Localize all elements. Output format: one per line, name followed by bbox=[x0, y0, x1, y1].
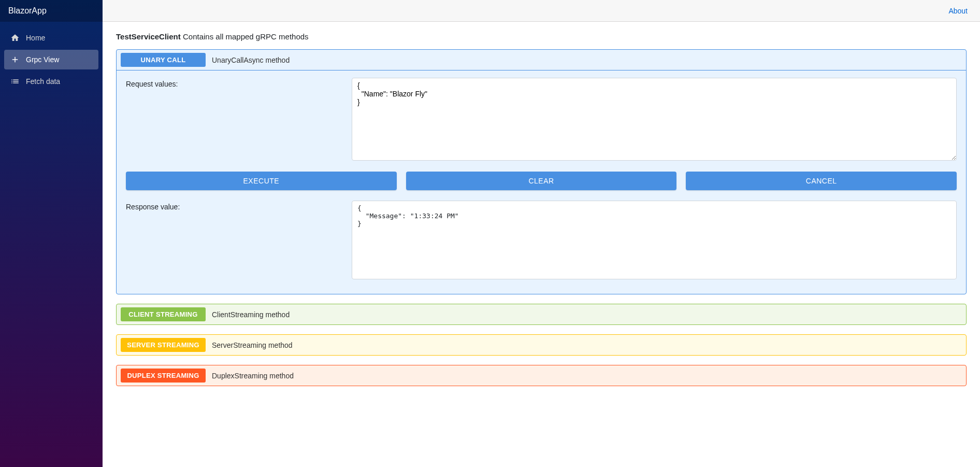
nav-item-fetch-data[interactable]: Fetch data bbox=[4, 72, 98, 91]
list-icon bbox=[10, 77, 20, 86]
badge-duplex-streaming: DUPLEX STREAMING bbox=[121, 369, 206, 383]
page-title: TestServiceClient Contains all mapped gR… bbox=[116, 32, 967, 41]
home-icon bbox=[10, 33, 20, 43]
panel-header-server-streaming[interactable]: SERVER STREAMING ServerStreaming method bbox=[117, 335, 966, 355]
request-label: Request values: bbox=[126, 78, 352, 162]
nav-label: Grpc View bbox=[26, 55, 59, 64]
response-row: Response value: { "Message": "1:33:24 PM… bbox=[126, 201, 957, 279]
method-desc-client-streaming: ClientStreaming method bbox=[212, 310, 290, 319]
method-desc-duplex-streaming: DuplexStreaming method bbox=[212, 372, 294, 380]
clear-button[interactable]: CLEAR bbox=[406, 172, 677, 190]
nav-item-grpc-view[interactable]: Grpc View bbox=[4, 50, 98, 69]
button-row: EXECUTE CLEAR CANCEL bbox=[126, 172, 957, 190]
panel-header-client-streaming[interactable]: CLIENT STREAMING ClientStreaming method bbox=[117, 304, 966, 324]
method-desc-unary: UnaryCallAsync method bbox=[212, 56, 290, 64]
service-desc: Contains all mapped gRPC methods bbox=[183, 32, 309, 41]
badge-unary: UNARY CALL bbox=[121, 53, 206, 67]
nav-label: Home bbox=[26, 34, 45, 42]
top-bar: About bbox=[103, 0, 980, 22]
panel-duplex-streaming: DUPLEX STREAMING DuplexStreaming method bbox=[116, 365, 967, 386]
cancel-button[interactable]: CANCEL bbox=[686, 172, 957, 190]
request-row: Request values: bbox=[126, 78, 957, 162]
badge-server-streaming: SERVER STREAMING bbox=[121, 338, 206, 352]
execute-button[interactable]: EXECUTE bbox=[126, 172, 397, 190]
main: About TestServiceClient Contains all map… bbox=[103, 0, 980, 467]
panel-client-streaming: CLIENT STREAMING ClientStreaming method bbox=[116, 304, 967, 325]
panel-header-duplex-streaming[interactable]: DUPLEX STREAMING DuplexStreaming method bbox=[117, 365, 966, 386]
app-brand: BlazorApp bbox=[0, 0, 103, 22]
badge-client-streaming: CLIENT STREAMING bbox=[121, 307, 206, 321]
sidebar-nav: Home Grpc View Fetch data bbox=[0, 22, 103, 100]
about-link[interactable]: About bbox=[948, 7, 968, 15]
sidebar: BlazorApp Home Grpc View Fetch data bbox=[0, 0, 103, 467]
panel-body-unary: Request values: EXECUTE CLEAR CANCEL Res… bbox=[117, 70, 966, 294]
response-box: { "Message": "1:33:24 PM" } bbox=[352, 201, 957, 279]
nav-label: Fetch data bbox=[26, 77, 60, 86]
panel-unary-call: UNARY CALL UnaryCallAsync method Request… bbox=[116, 49, 967, 294]
response-label: Response value: bbox=[126, 201, 352, 279]
request-textarea[interactable] bbox=[352, 78, 957, 161]
method-desc-server-streaming: ServerStreaming method bbox=[212, 341, 293, 349]
nav-item-home[interactable]: Home bbox=[4, 28, 98, 48]
content: TestServiceClient Contains all mapped gR… bbox=[103, 22, 980, 406]
service-name: TestServiceClient bbox=[116, 32, 181, 41]
panel-header-unary[interactable]: UNARY CALL UnaryCallAsync method bbox=[117, 50, 966, 70]
plus-icon bbox=[10, 55, 20, 64]
panel-server-streaming: SERVER STREAMING ServerStreaming method bbox=[116, 334, 967, 356]
